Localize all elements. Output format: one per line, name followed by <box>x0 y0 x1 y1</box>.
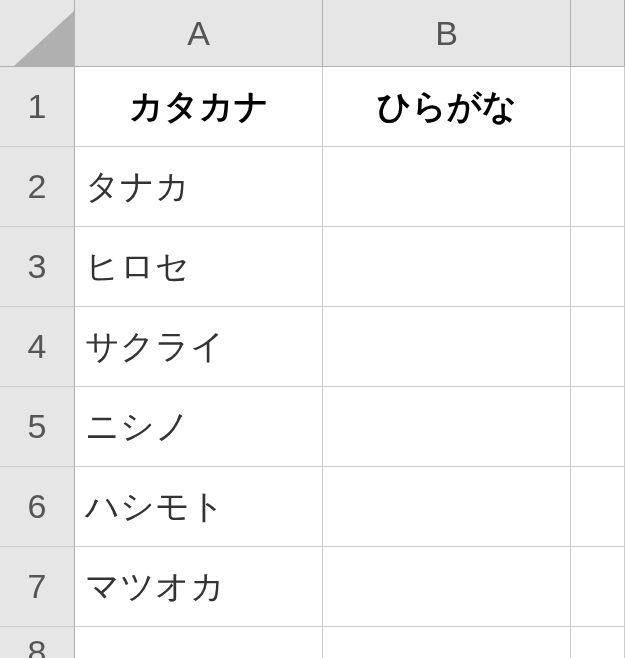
row-header-8[interactable]: 8 <box>0 627 75 658</box>
cell-C4-partial[interactable] <box>571 307 625 387</box>
cell-C1-partial[interactable] <box>571 67 625 147</box>
svg-marker-0 <box>14 11 74 66</box>
row-header-6[interactable]: 6 <box>0 467 75 547</box>
cell-A6[interactable]: ハシモト <box>75 467 323 547</box>
cell-A8[interactable] <box>75 627 323 658</box>
cell-C5-partial[interactable] <box>571 387 625 467</box>
cell-B5[interactable] <box>323 387 571 467</box>
column-header-partial[interactable] <box>571 0 625 67</box>
cell-C6-partial[interactable] <box>571 467 625 547</box>
cell-C7-partial[interactable] <box>571 547 625 627</box>
cell-B3[interactable] <box>323 227 571 307</box>
cell-B8[interactable] <box>323 627 571 658</box>
row-header-4[interactable]: 4 <box>0 307 75 387</box>
cell-B4[interactable] <box>323 307 571 387</box>
cell-A2[interactable]: タナカ <box>75 147 323 227</box>
cell-C3-partial[interactable] <box>571 227 625 307</box>
cell-C2-partial[interactable] <box>571 147 625 227</box>
select-all-corner[interactable] <box>0 0 75 67</box>
row-header-3[interactable]: 3 <box>0 227 75 307</box>
cell-B6[interactable] <box>323 467 571 547</box>
cell-C8-partial[interactable] <box>571 627 625 658</box>
row-header-5[interactable]: 5 <box>0 387 75 467</box>
cell-B1[interactable]: ひらがな <box>323 67 571 147</box>
column-header-A[interactable]: A <box>75 0 323 67</box>
cell-A7[interactable]: マツオカ <box>75 547 323 627</box>
spreadsheet-grid: A B 1 カタカナ ひらがな 2 タナカ 3 ヒロセ 4 サクライ 5 ニシノ… <box>0 0 625 658</box>
cell-B7[interactable] <box>323 547 571 627</box>
row-header-2[interactable]: 2 <box>0 147 75 227</box>
cell-A4[interactable]: サクライ <box>75 307 323 387</box>
row-header-1[interactable]: 1 <box>0 67 75 147</box>
cell-A3[interactable]: ヒロセ <box>75 227 323 307</box>
cell-A1[interactable]: カタカナ <box>75 67 323 147</box>
cell-B2[interactable] <box>323 147 571 227</box>
cell-A5[interactable]: ニシノ <box>75 387 323 467</box>
column-header-B[interactable]: B <box>323 0 571 67</box>
row-header-7[interactable]: 7 <box>0 547 75 627</box>
